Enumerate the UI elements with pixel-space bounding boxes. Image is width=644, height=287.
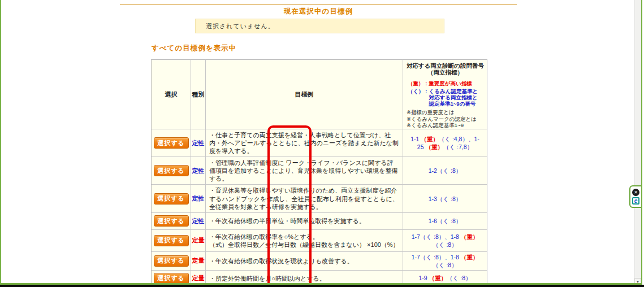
note-link-kurumin-criteria[interactable]: ※くるみん認定基準1~9: [407, 122, 485, 129]
select-cell: 選択する: [152, 252, 191, 270]
type-label: 定性: [191, 129, 206, 156]
goal-text: ・管理職の人事評価制度に ワーク・ライフ・バランスに関する評価項目を追加すること…: [206, 157, 403, 184]
current-selection-box: 選択されていません。: [195, 19, 444, 33]
goal-text: ・年次有給休暇の取得率を○%とする。 （式）全取得日数／全付与日数（繰越日数を含…: [206, 230, 403, 251]
table-row: 選択する 定量 ・年次有給休暇の取得状況を現状よりも改善する。 1-7（く :8…: [152, 252, 487, 271]
list-status-label: すべての目標例を表示中: [152, 44, 236, 53]
table-row: 選択する 定性 ・育児休業等を取得しやすい環境作りのため、両立支援制度を紹介する…: [152, 185, 487, 212]
close-icon[interactable]: ✕: [632, 189, 639, 196]
question-numbers: 1-3（く :8）: [403, 185, 487, 212]
page-title: 現在選択中の目標例: [120, 7, 517, 16]
type-label: 定量: [191, 252, 206, 270]
frame-bottom-black-strip: [0, 285, 644, 287]
browser-e-icon[interactable]: e: [632, 197, 639, 205]
page-content: 現在選択中の目標例 選択されていません。 すべての目標例を表示中 選択 種別 目…: [120, 0, 517, 287]
legend-notes: ※指標の重要度とは ※くるみんマークの認定とは ※くるみん認定基準1~9 ※くる…: [405, 109, 485, 129]
column-header-question-number: 対応する両立診断の設問番号 （両立指標） （重） : 重要度が高い指標 （く） …: [403, 60, 487, 129]
vertical-scrollbar[interactable]: [634, 0, 641, 287]
question-numbers: 1-7（く :8）、1-8 （重）（く :8）: [403, 252, 487, 270]
table-header-row: 選択 種別 目標例 対応する両立診断の設問番号 （両立指標） （重） : 重要度…: [152, 60, 487, 129]
type-label: 定性: [191, 185, 206, 212]
select-cell: 選択する: [152, 230, 191, 251]
browser-viewport: 現在選択中の目標例 選択されていません。 すべての目標例を表示中 選択 種別 目…: [0, 0, 644, 287]
goal-text: ・年次有給休暇の取得状況を現状よりも改善する。: [206, 252, 403, 270]
select-button[interactable]: 選択する: [154, 273, 189, 284]
type-label: 定量: [191, 230, 206, 251]
table-row: 選択する 定性 ・年次有給休暇の半日単位・時間単位取得を実施する。 1-6（く …: [152, 213, 487, 230]
select-cell: 選択する: [152, 213, 191, 229]
goal-text: ・仕事と子育ての両立支援を経営・人事戦略として位置づけ、社内・外へアピールすると…: [206, 129, 403, 156]
question-numbers: 1-2（く :8）: [403, 157, 487, 184]
table-row: 選択する 定性 ・仕事と子育ての両立支援を経営・人事戦略として位置づけ、社内・外…: [152, 129, 487, 157]
empty-selection-message: 選択されていません。: [196, 22, 275, 31]
legend-important-indicator: （重） : 重要度が高い指標: [405, 80, 485, 86]
select-button[interactable]: 選択する: [154, 165, 189, 176]
side-overlay-flyout: ✕ e: [629, 185, 641, 208]
table-row: 選択する 定性 ・管理職の人事評価制度に ワーク・ライフ・バランスに関する評価項…: [152, 157, 487, 185]
qnum-header-title: 対応する両立診断の設問番号: [405, 62, 485, 69]
question-numbers: 1-1 （重）（く :4,8）、1-25 （重）（く :7,8）: [403, 129, 487, 156]
qnum-header-subtitle: （両立指標）: [405, 69, 485, 76]
table-row: 選択する 定量 ・年次有給休暇の取得率を○%とする。 （式）全取得日数／全付与日…: [152, 230, 487, 252]
header-divider: [120, 4, 517, 5]
select-cell: 選択する: [152, 157, 191, 184]
column-header-type: 種別: [191, 60, 206, 129]
select-button[interactable]: 選択する: [154, 235, 189, 246]
goal-text: ・年次有給休暇の半日単位・時間単位取得を実施する。: [206, 213, 403, 229]
type-label: 定性: [191, 157, 206, 184]
frame-border-right: [641, 0, 642, 287]
goal-table: 選択 種別 目標例 対応する両立診断の設問番号 （両立指標） （重） : 重要度…: [151, 59, 487, 287]
select-button[interactable]: 選択する: [154, 137, 189, 149]
column-header-goal: 目標例: [206, 60, 403, 129]
select-button[interactable]: 選択する: [154, 215, 189, 227]
note-link-importance[interactable]: ※指標の重要度とは: [407, 109, 485, 116]
question-numbers: 1-7（く :8）、1-8 （重）（く :8）: [403, 230, 487, 251]
column-header-select: 選択: [152, 60, 191, 129]
select-button[interactable]: 選択する: [154, 255, 189, 267]
select-cell: 選択する: [152, 185, 191, 212]
table-body: 選択する 定性 ・仕事と子育ての両立支援を経営・人事戦略として位置づけ、社内・外…: [152, 129, 487, 287]
legend-kurumin: （く） : くるみん認定基準と 対応する両立指標と 認定基準1~9の番号: [405, 88, 485, 107]
note-link-kurumin-indicator[interactable]: ※くるみん認定基準と対応する両立指標とは: [407, 129, 485, 129]
type-label: 定性: [191, 213, 206, 229]
frame-border-left: [0, 0, 1, 287]
select-cell: 選択する: [152, 129, 191, 156]
select-button[interactable]: 選択する: [154, 193, 189, 205]
question-numbers: 1-6（く :8）: [403, 213, 487, 229]
note-link-kurumin-mark[interactable]: ※くるみんマークの認定とは: [407, 116, 485, 123]
goal-text: ・育児休業等を取得しやすい環境作りのため、両立支援制度を紹介するハンドブックを作…: [206, 185, 403, 212]
